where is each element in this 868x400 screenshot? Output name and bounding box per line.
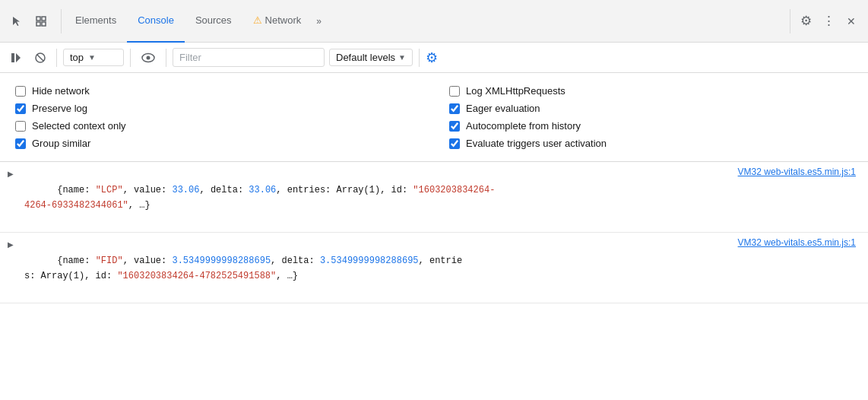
tab-divider-2 bbox=[790, 9, 790, 33]
lcp-name-val: "LCP" bbox=[96, 185, 123, 195]
filter-input[interactable] bbox=[173, 48, 325, 67]
default-levels-arrow: ▼ bbox=[398, 53, 406, 62]
console-toolbar: top ▼ Default levels ▼ ⚙ bbox=[0, 43, 868, 73]
layers-icon[interactable] bbox=[30, 11, 52, 32]
lcp-key1: {name: bbox=[57, 185, 95, 195]
context-selector[interactable]: top ▼ bbox=[63, 49, 124, 66]
tab-console-label: Console bbox=[138, 14, 174, 26]
evaluate-triggers-label: Evaluate triggers user activation bbox=[466, 138, 607, 149]
evaluate-triggers-row: Evaluate triggers user activation bbox=[449, 135, 853, 152]
fid-name-val: "FID" bbox=[96, 256, 123, 266]
tab-more-label: » bbox=[316, 16, 322, 27]
source-link-lcp[interactable]: VM32 web-vitals.es5.min.js:1 bbox=[738, 165, 856, 179]
autocomplete-label: Autocomplete from history bbox=[466, 120, 581, 132]
toolbar-divider-1 bbox=[56, 49, 57, 67]
preserve-log-row: Preserve log bbox=[15, 100, 419, 117]
expand-arrow-lcp[interactable]: ▶ bbox=[8, 168, 14, 179]
fid-key3: , delta: bbox=[271, 256, 320, 266]
play-icon[interactable] bbox=[6, 48, 26, 68]
hide-network-row: Hide network bbox=[15, 82, 419, 100]
fid-key5: , …} bbox=[276, 271, 298, 281]
lcp-key5: , …} bbox=[128, 200, 150, 211]
toolbar-divider-4 bbox=[419, 49, 420, 67]
autocomplete-row: Autocomplete from history bbox=[449, 117, 853, 135]
log-xmlhttp-label: Log XMLHttpRequests bbox=[466, 85, 565, 97]
tab-elements-label: Elements bbox=[75, 14, 116, 26]
autocomplete-checkbox[interactable] bbox=[449, 121, 460, 132]
fid-delta-val: 3.5349999998288695 bbox=[320, 256, 419, 266]
svg-rect-4 bbox=[11, 53, 14, 62]
devtools-icons bbox=[6, 11, 52, 32]
lcp-key3: , delta: bbox=[199, 185, 249, 195]
lcp-key4: , entries: Array(1), id: bbox=[276, 185, 413, 195]
block-icon[interactable] bbox=[30, 48, 50, 68]
tab-sources-label: Sources bbox=[195, 14, 232, 26]
fid-id-val: "1603203834264-4782525491588" bbox=[117, 271, 276, 281]
lcp-value-val: 33.06 bbox=[172, 185, 199, 195]
svg-point-9 bbox=[147, 56, 150, 59]
tab-divider-1 bbox=[61, 9, 62, 33]
console-output: ▶ VM32 web-vitals.es5.min.js:1 {name: "L… bbox=[0, 162, 868, 303]
tab-more-button[interactable]: » bbox=[312, 0, 326, 43]
settings-right-col: Log XMLHttpRequests Eager evaluation Aut… bbox=[449, 82, 853, 152]
lcp-delta-val: 33.06 bbox=[249, 185, 276, 195]
eager-eval-row: Eager evaluation bbox=[449, 100, 853, 117]
fid-value-val: 3.5349999998288695 bbox=[172, 256, 271, 266]
settings-left-col: Hide network Preserve log Selected conte… bbox=[15, 82, 419, 152]
svg-rect-2 bbox=[36, 22, 40, 26]
eye-icon[interactable] bbox=[137, 50, 160, 65]
svg-rect-0 bbox=[36, 17, 40, 21]
fid-key2: , value: bbox=[123, 256, 173, 266]
lcp-key2: , value: bbox=[123, 185, 173, 195]
eager-eval-checkbox[interactable] bbox=[449, 103, 460, 114]
default-levels-label: Default levels bbox=[336, 52, 395, 63]
preserve-log-checkbox[interactable] bbox=[15, 103, 26, 114]
network-warning-icon: ⚠ bbox=[253, 14, 262, 26]
hide-network-label: Hide network bbox=[32, 85, 90, 97]
group-similar-checkbox[interactable] bbox=[15, 138, 26, 149]
console-settings-panel: Hide network Preserve log Selected conte… bbox=[0, 73, 868, 162]
svg-rect-1 bbox=[42, 17, 46, 21]
default-levels-dropdown[interactable]: Default levels ▼ bbox=[329, 49, 413, 66]
svg-marker-5 bbox=[16, 53, 21, 62]
group-similar-row: Group similar bbox=[15, 135, 419, 152]
selected-context-checkbox[interactable] bbox=[15, 121, 26, 132]
tab-bar: Elements Console Sources ⚠ Network » ⚙ ⋮… bbox=[0, 0, 868, 43]
toolbar-divider-3 bbox=[166, 49, 166, 67]
group-similar-label: Group similar bbox=[32, 138, 90, 149]
eager-eval-label: Eager evaluation bbox=[466, 103, 540, 114]
cursor-icon[interactable] bbox=[6, 11, 27, 32]
log-entry-fid: ▶ VM32 web-vitals.es5.min.js:1 {name: "F… bbox=[0, 233, 868, 303]
hide-network-checkbox[interactable] bbox=[15, 86, 26, 97]
svg-rect-3 bbox=[42, 22, 46, 26]
tab-bar-right-icons: ⚙ ⋮ ✕ bbox=[787, 9, 862, 33]
log-xmlhttp-row: Log XMLHttpRequests bbox=[449, 82, 853, 100]
source-link-fid[interactable]: VM32 web-vitals.es5.min.js:1 bbox=[738, 236, 856, 249]
preserve-log-label: Preserve log bbox=[32, 103, 87, 114]
selected-context-row: Selected context only bbox=[15, 117, 419, 135]
tab-network-label: Network bbox=[265, 14, 302, 26]
console-settings-icon[interactable]: ⚙ bbox=[426, 49, 438, 66]
toolbar-divider-2 bbox=[130, 49, 131, 67]
svg-line-7 bbox=[37, 54, 44, 61]
more-options-icon[interactable]: ⋮ bbox=[818, 11, 839, 32]
log-entry-lcp: ▶ VM32 web-vitals.es5.min.js:1 {name: "L… bbox=[0, 162, 868, 233]
context-dropdown-arrow: ▼ bbox=[88, 53, 96, 62]
tab-elements[interactable]: Elements bbox=[65, 0, 127, 43]
expand-arrow-fid[interactable]: ▶ bbox=[8, 239, 14, 250]
tab-sources[interactable]: Sources bbox=[185, 0, 242, 43]
tab-network[interactable]: ⚠ Network bbox=[242, 0, 312, 43]
selected-context-label: Selected context only bbox=[32, 120, 126, 132]
log-text-fid: {name: "FID", value: 3.5349999998288695,… bbox=[24, 256, 462, 297]
tab-console[interactable]: Console bbox=[127, 0, 185, 43]
log-xmlhttp-checkbox[interactable] bbox=[449, 86, 460, 97]
close-devtools-icon[interactable]: ✕ bbox=[841, 11, 862, 32]
log-text-lcp: {name: "LCP", value: 33.06, delta: 33.06… bbox=[24, 185, 495, 226]
context-value: top bbox=[70, 52, 84, 63]
evaluate-triggers-checkbox[interactable] bbox=[449, 138, 460, 149]
fid-key1: {name: bbox=[57, 256, 95, 266]
settings-gear-icon[interactable]: ⚙ bbox=[795, 11, 816, 32]
